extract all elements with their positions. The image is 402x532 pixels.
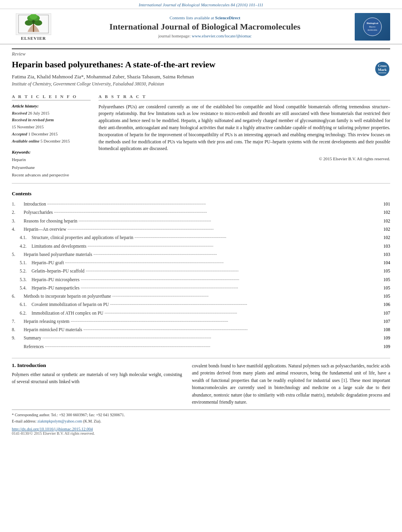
intro-heading: 1. Introduction <box>12 362 182 369</box>
footnote-email-link[interactable]: ziakmpkpolym@yahoo.com <box>37 419 82 423</box>
footnote-section: * Corresponding author. Tel.: +92 300 66… <box>12 410 390 424</box>
toc-row-1: 1. Introduction ························… <box>12 200 390 208</box>
doi-link[interactable]: http://dx.doi.org/10.1016/j.ijbiomac.201… <box>12 427 390 431</box>
copyright-bottom: 0141-8130/© 2015 Elsevier B.V. All right… <box>12 431 390 436</box>
abstract-text: Polyurethanes (PUs) are considered curre… <box>99 104 390 163</box>
toc-row-5-2: 5.2. Gelatin–heparin–PU scaffold ·······… <box>12 267 390 275</box>
svg-text:Cross: Cross <box>378 64 387 68</box>
svg-text:✓: ✓ <box>381 74 383 77</box>
journal-citation: International Journal of Biological Macr… <box>0 0 402 9</box>
article-type-label: Review <box>12 48 390 57</box>
toc-row-3: 3. Reasons for choosing heparin ········… <box>12 217 390 225</box>
toc-row-9: 9. Summary ·····························… <box>12 334 390 342</box>
sciencedirect-link-text[interactable]: ScienceDirect <box>215 15 240 20</box>
intro-right-text: covalent bonds found to have manifold ap… <box>192 362 390 406</box>
keywords-list: Heparin Polyurethane Recent advances and… <box>12 156 91 179</box>
introduction-section: 1. Introduction Polymers either natural … <box>0 362 402 406</box>
contents-title: Contents <box>12 191 390 197</box>
contents-divider <box>12 358 390 358</box>
journal-homepage: journal homepage: www.elsevier.com/locat… <box>63 33 347 38</box>
toc-row-6-2: 6.2. Immobilization of ATH complex on PU… <box>12 309 390 317</box>
article-info-col: A R T I C L E I N F O Article history: R… <box>12 94 91 180</box>
svg-text:Macro-: Macro- <box>369 26 376 28</box>
toc-row-refs: References ·····························… <box>12 343 390 351</box>
toc-row-5-3: 5.3. Heparin–PU microspheres ···········… <box>12 276 390 284</box>
toc-row-2: 2. Polysaccharides ·····················… <box>12 208 390 217</box>
elsevier-tree-image <box>16 13 51 35</box>
journal-logo-right: Biological Macro- molecules <box>355 13 390 41</box>
toc-row-4-2: 4.2. Limitations and developments ······… <box>12 242 390 250</box>
keywords-label: Keywords: <box>12 150 91 154</box>
toc-row-8: 8. Heparin mimicked PU materials ·······… <box>12 326 390 334</box>
citation-text: International Journal of Biological Macr… <box>139 2 263 7</box>
intro-right-col: covalent bonds found to have manifold ap… <box>192 362 390 406</box>
journal-title-center: Contents lists available at ScienceDirec… <box>55 15 355 38</box>
toc-row-5-4: 5.4. Heparin–PU nanoparticles ··········… <box>12 284 390 292</box>
elsevier-text: ELSEVIER <box>21 36 46 41</box>
section-divider <box>12 183 390 184</box>
history-label: Article history: <box>12 104 91 108</box>
keyword-item: Polyurethane <box>12 164 91 172</box>
toc-row-5-1: 5.1. Heparin–PU graft ··················… <box>12 259 390 267</box>
article-dates: Received 26 July 2015 Received in revise… <box>12 110 91 145</box>
intro-left-text: Polymers either natural or synthetic are… <box>12 371 182 386</box>
toc-row-7: 7. Heparin releasing system ············… <box>12 317 390 326</box>
toc-row-4-1: 4.1. Structure, clinical properties and … <box>12 234 390 242</box>
svg-text:molecules: molecules <box>368 29 378 31</box>
footnote-email: E-mail address: ziakmpkpolym@yahoo.com (… <box>12 418 390 424</box>
affiliation: Institute of Chemistry, Government Colle… <box>12 82 368 86</box>
crossmark-badge[interactable]: Cross Mark ✓ <box>374 61 390 78</box>
toc-row-6-1: 6.1. Covalent immobilization of heparin … <box>12 300 390 309</box>
page: International Journal of Biological Macr… <box>0 0 402 532</box>
keywords: Keywords: Heparin Polyurethane Recent ad… <box>12 150 91 179</box>
abstract-col: A B S T R A C T Polyurethanes (PUs) are … <box>99 94 390 180</box>
crossmark-svg: Cross Mark ✓ <box>374 61 390 77</box>
keyword-item: Heparin <box>12 156 91 164</box>
svg-text:Mark: Mark <box>378 68 387 72</box>
elsevier-logo: ELSEVIER <box>12 13 55 41</box>
svg-point-4 <box>34 20 42 26</box>
toc-row-5: 5. Heparin based polyurethane materials … <box>12 250 390 259</box>
sciencedirect-label: Contents lists available at ScienceDirec… <box>63 15 347 20</box>
journal-logo-svg: Biological Macro- molecules <box>363 17 382 37</box>
svg-text:Biological: Biological <box>367 22 378 25</box>
article-info-section-label: A R T I C L E I N F O <box>12 94 91 100</box>
keyword-item: Recent advances and perspective <box>12 171 91 179</box>
toc-row-4: 4. Heparin—An overview ·················… <box>12 225 390 234</box>
svg-point-3 <box>25 20 33 26</box>
toc-row-6: 6. Methods to incorporate heparin on pol… <box>12 292 390 300</box>
journal-header: ELSEVIER Contents lists available at Sci… <box>0 9 402 44</box>
contents-section: Contents 1. Introduction ···············… <box>0 187 402 354</box>
intro-left-col: 1. Introduction Polymers either natural … <box>12 362 182 406</box>
article-section: Review Heparin based polyurethanes: A st… <box>0 44 402 90</box>
article-info-abstract: A R T I C L E I N F O Article history: R… <box>0 94 402 180</box>
article-title: Heparin based polyurethanes: A state-of-… <box>12 59 368 70</box>
abstract-section-label: A B S T R A C T <box>99 94 390 100</box>
toc-list: 1. Introduction ························… <box>12 200 390 351</box>
tree-svg <box>18 14 49 34</box>
footnote-corresponding: * Corresponding author. Tel.: +92 300 66… <box>12 412 390 418</box>
homepage-url[interactable]: www.elsevier.com/locate/ijbiomac <box>192 33 251 38</box>
journal-name: International Journal of Biological Macr… <box>63 22 347 32</box>
doi-section: http://dx.doi.org/10.1016/j.ijbiomac.201… <box>0 424 402 439</box>
article-info: Article history: Received 26 July 2015 R… <box>12 104 91 145</box>
abstract-copyright: © 2015 Elsevier B.V. All rights reserved… <box>99 156 390 162</box>
authors: Fatima Zia, Khalid Mahmood Zia*, Mohamma… <box>12 74 368 80</box>
